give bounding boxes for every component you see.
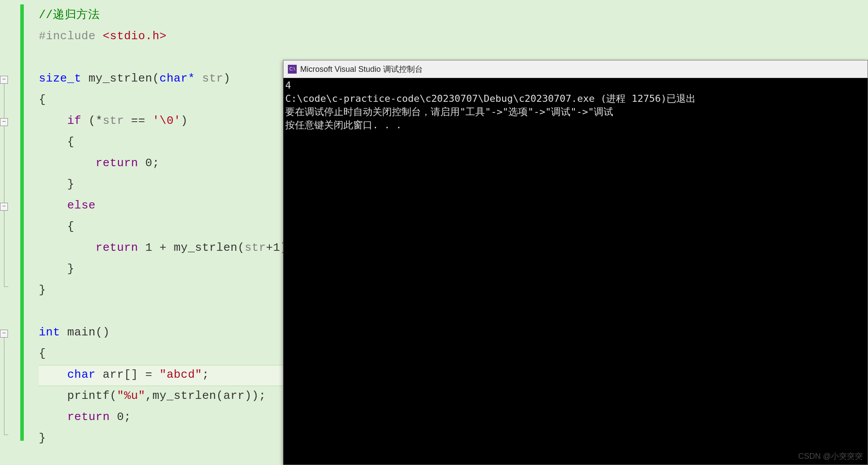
console-line-4: 按任意键关闭此窗口. . .: [285, 119, 402, 130]
code-printf: printf(: [67, 389, 117, 402]
change-marker-bar: [20, 4, 24, 441]
code-char-literal: '\0': [153, 114, 181, 127]
fold-toggle-if[interactable]: −: [0, 118, 8, 126]
console-titlebar[interactable]: C:\ Microsoft Visual Studio 调试控制台: [283, 60, 868, 78]
fold-guide-end-main: [4, 435, 8, 435]
code-number: 0;: [110, 410, 131, 424]
code-main-return-type: int: [39, 326, 60, 339]
code-comment: //递归方法: [39, 8, 100, 22]
watermark: CSDN @小突突突: [798, 451, 863, 461]
code-number: 0;: [138, 156, 159, 170]
code-return-keyword: return: [96, 241, 138, 254]
code-op: ==: [124, 114, 152, 127]
code-brace: {: [67, 135, 74, 149]
code-if-keyword: if: [67, 114, 81, 127]
code-brace: }: [39, 283, 46, 297]
code-expr: 1 + my_strlen(: [138, 241, 245, 254]
debug-console-window[interactable]: C:\ Microsoft Visual Studio 调试控制台 4 C:\c…: [283, 60, 868, 465]
code-brace: }: [39, 432, 46, 445]
code-brace: }: [67, 178, 74, 191]
console-line-2: C:\code\c-practice-code\c20230707\Debug\…: [285, 93, 696, 104]
code-else-keyword: else: [67, 199, 95, 212]
code-brace: {: [67, 220, 74, 233]
console-title: Microsoft Visual Studio 调试控制台: [300, 64, 423, 74]
console-output: 4 C:\code\c-practice-code\c20230707\Debu…: [283, 78, 868, 133]
code-string-literal: "abcd": [160, 368, 202, 381]
fold-guide-end: [4, 286, 8, 287]
console-icon: C:\: [288, 65, 297, 74]
fold-guide-line: [4, 84, 4, 286]
code-var: str: [245, 241, 266, 254]
code-brace: {: [39, 93, 46, 106]
code-char-type: char: [67, 368, 95, 381]
fold-toggle-else[interactable]: −: [0, 203, 8, 211]
code-brace: {: [39, 347, 46, 360]
code-punct: (*: [82, 114, 103, 127]
code-include-directive: #include: [39, 30, 103, 43]
code-var: str: [103, 114, 124, 127]
code-function-name: my_strlen: [89, 72, 153, 85]
code-include-file: <stdio.h>: [103, 30, 167, 43]
code-param-type: char*: [160, 72, 195, 85]
code-semicolon: ;: [202, 368, 209, 381]
code-decl: arr[] =: [96, 368, 160, 381]
fold-toggle-function[interactable]: −: [0, 76, 8, 84]
code-content[interactable]: //递归方法 #include <stdio.h> size_t my_strl…: [39, 4, 294, 449]
code-format-string: "%u": [117, 389, 145, 402]
code-main-name: main(): [60, 326, 110, 339]
code-return-keyword: return: [96, 156, 138, 170]
code-return-type: size_t: [39, 72, 82, 85]
code-punct: ): [181, 114, 188, 127]
code-brace: }: [67, 262, 74, 275]
fold-guide-line-main: [4, 338, 4, 435]
code-printf-args: ,my_strlen(arr));: [145, 389, 266, 402]
console-line-3: 要在调试停止时自动关闭控制台，请启用"工具"->"选项"->"调试"->"调试: [285, 106, 613, 117]
console-line-1: 4: [285, 80, 291, 91]
code-return-keyword: return: [67, 410, 110, 424]
fold-toggle-main[interactable]: −: [0, 330, 8, 338]
code-param-name: str: [202, 72, 223, 85]
